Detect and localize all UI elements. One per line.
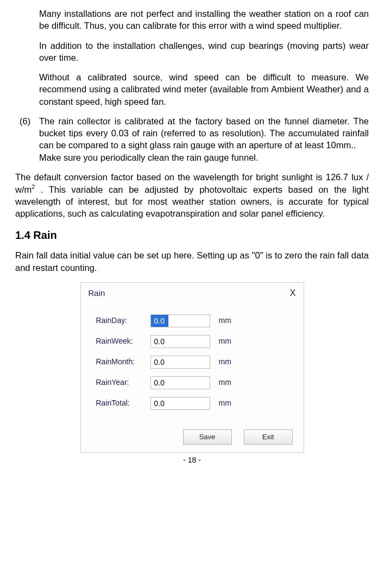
rain-year-unit: mm [219,377,231,388]
paragraph-rain-intro: Rain fall data initial value can be set … [15,249,369,274]
rain-week-label: RainWeek: [96,336,150,346]
dialog-body: RainDay: mm RainWeek: mm RainMonth: mm R… [81,302,304,426]
conversion-text-b: . This variable can be adjusted by photo… [15,185,369,219]
section-heading-rain: 1.4 Rain [15,228,369,243]
rain-month-unit: mm [219,357,231,367]
rain-month-row: RainMonth: mm [96,356,293,369]
rain-year-row: RainYear: mm [96,376,293,389]
paragraph-wind-multiplier: Many installations are not perfect and i… [39,8,369,32]
close-icon[interactable]: X [290,287,296,299]
paragraph-wind-bearings: In addition to the installation challeng… [39,40,369,64]
page-number: - 18 - [15,455,369,465]
list-item-line2: Make sure you periodically clean the rai… [39,153,259,162]
rain-total-row: RainTotal: mm [96,397,293,410]
rain-month-label: RainMonth: [96,357,150,367]
rain-week-row: RainWeek: mm [96,335,293,348]
rain-day-input[interactable] [150,314,210,327]
list-item-line1: The rain collector is calibrated at the … [39,116,369,150]
rain-dialog: Rain X RainDay: mm RainWeek: mm RainMont… [80,282,304,453]
rain-week-input[interactable] [150,335,210,348]
paragraph-conversion: The default conversion factor based on t… [15,171,369,220]
rain-month-input[interactable] [150,356,210,369]
rain-year-label: RainYear: [96,377,150,388]
dialog-title: Rain [89,288,105,299]
rain-total-unit: mm [219,398,231,408]
rain-week-unit: mm [219,336,231,346]
rain-day-row: RainDay: mm [96,314,293,327]
list-item-6: (6) The rain collector is calibrated at … [15,115,369,163]
exit-button[interactable]: Exit [244,429,293,445]
rain-year-input[interactable] [150,376,210,389]
rain-day-label: RainDay: [96,315,150,326]
paragraph-wind-calibrate: Without a calibrated source, wind speed … [39,71,369,108]
list-item-number: (6) [15,115,39,163]
save-button[interactable]: Save [183,429,232,445]
rain-total-input[interactable] [150,397,210,410]
list-item-text: The rain collector is calibrated at the … [39,115,369,163]
rain-total-label: RainTotal: [96,398,150,408]
rain-day-unit: mm [219,315,231,326]
